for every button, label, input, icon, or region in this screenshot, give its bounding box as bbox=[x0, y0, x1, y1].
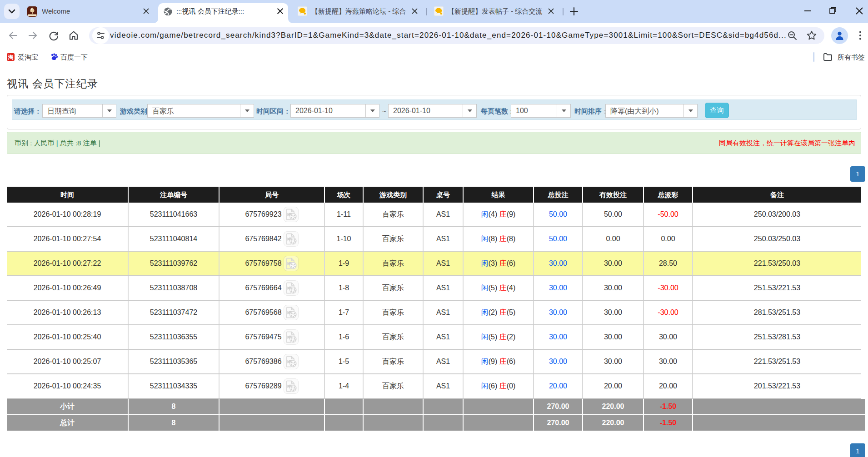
svg-text:淘: 淘 bbox=[8, 54, 14, 60]
